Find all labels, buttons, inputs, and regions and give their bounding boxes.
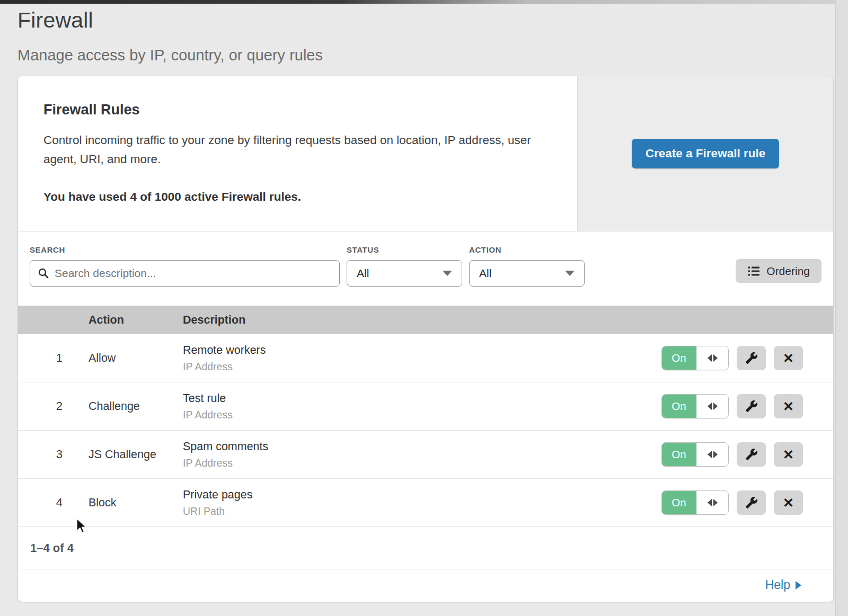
delete-rule-button[interactable]: ✕: [774, 394, 803, 418]
arrow-right-icon: [713, 403, 718, 410]
chevron-down-icon: [443, 271, 452, 276]
table-header: Action Description: [18, 306, 833, 334]
rule-field: IP Address: [183, 361, 661, 373]
page-title: Firewall: [17, 8, 831, 33]
overview-action-panel: Create a Firewall rule: [577, 76, 833, 231]
search-input[interactable]: [55, 267, 332, 280]
ordering-list-icon: [747, 266, 760, 276]
search-label: SEARCH: [30, 245, 340, 254]
status-filter-group: STATUS All: [347, 245, 462, 287]
arrow-right-icon: [796, 581, 801, 590]
create-firewall-rule-button[interactable]: Create a Firewall rule: [632, 139, 779, 168]
arrow-right-icon: [713, 451, 718, 458]
wrench-icon: [745, 496, 758, 509]
wrench-icon: [745, 400, 758, 413]
rule-priority: 3: [18, 448, 71, 461]
overview-usage-count: You have used 4 of 1000 active Firewall …: [43, 190, 551, 204]
status-select[interactable]: All: [347, 260, 462, 287]
action-column-header: Action: [71, 314, 165, 327]
page-right-gutter: [835, 0, 848, 616]
firewall-rules-card: Firewall Rules Control incoming traffic …: [17, 76, 834, 602]
help-link-label: Help: [765, 578, 790, 592]
rule-field: IP Address: [183, 457, 661, 469]
overview-description: Control incoming traffic to your zone by…: [43, 131, 547, 169]
overview-text-panel: Firewall Rules Control incoming traffic …: [18, 76, 577, 231]
arrow-left-icon: [708, 451, 712, 458]
overview-section: Firewall Rules Control incoming traffic …: [18, 76, 833, 231]
rule-action: Challenge: [71, 400, 165, 413]
status-label: STATUS: [347, 245, 462, 254]
search-filter-group: SEARCH: [30, 245, 340, 287]
rule-description: Spam comments: [183, 440, 661, 453]
action-label: ACTION: [469, 245, 585, 254]
description-column-header: Description: [165, 314, 833, 327]
delete-rule-button[interactable]: ✕: [774, 442, 803, 467]
toggle-on-label: On: [662, 443, 696, 466]
page-subtitle: Manage access by IP, country, or query r…: [17, 47, 831, 64]
arrow-left-icon: [708, 354, 712, 362]
rule-priority: 2: [18, 399, 71, 413]
rule-description: Private pages: [183, 488, 661, 502]
table-row: 2 Challenge Test rule IP Address On ✕: [18, 382, 833, 431]
ordering-button[interactable]: Ordering: [736, 259, 822, 283]
rule-enabled-toggle[interactable]: On: [661, 442, 729, 467]
window-top-edge: [0, 0, 848, 4]
delete-rule-button[interactable]: ✕: [774, 490, 803, 515]
rule-action: Block: [71, 496, 165, 510]
close-icon: ✕: [783, 352, 794, 365]
rule-field: URI Path: [183, 505, 661, 517]
arrow-right-icon: [713, 499, 718, 506]
action-select[interactable]: All: [469, 260, 585, 287]
pagination-range: 1–4 of 4: [30, 541, 74, 555]
toggle-on-label: On: [662, 346, 696, 370]
rule-enabled-toggle[interactable]: On: [661, 346, 729, 370]
edit-rule-button[interactable]: [737, 442, 766, 467]
ordering-button-label: Ordering: [766, 265, 810, 278]
close-icon: ✕: [783, 448, 794, 461]
card-footer: Help: [18, 569, 833, 600]
edit-rule-button[interactable]: [737, 490, 766, 515]
table-row: 1 Allow Remote workers IP Address On ✕: [18, 334, 833, 382]
status-select-value: All: [357, 267, 369, 280]
arrow-left-icon: [708, 403, 712, 410]
wrench-icon: [745, 448, 758, 461]
rule-field: IP Address: [183, 409, 661, 421]
table-row: 4 Block Private pages URI Path On ✕: [18, 479, 833, 527]
rule-description: Test rule: [183, 392, 661, 405]
rule-enabled-toggle[interactable]: On: [661, 490, 729, 515]
edit-rule-button[interactable]: [737, 394, 766, 418]
rule-action: Allow: [71, 352, 165, 365]
close-icon: ✕: [783, 400, 794, 413]
toggle-knob[interactable]: [696, 443, 728, 466]
toggle-knob[interactable]: [696, 395, 728, 418]
toggle-on-label: On: [662, 395, 696, 418]
close-icon: ✕: [783, 496, 794, 510]
rule-enabled-toggle[interactable]: On: [661, 394, 729, 418]
wrench-icon: [745, 352, 758, 364]
pagination-bar: 1–4 of 4: [18, 527, 833, 569]
rule-priority: 4: [18, 496, 71, 510]
help-link[interactable]: Help: [765, 578, 801, 592]
table-row: 3 JS Challenge Spam comments IP Address …: [18, 431, 833, 479]
toggle-knob[interactable]: [696, 346, 728, 370]
arrow-right-icon: [713, 354, 718, 362]
page-header: Firewall Manage access by IP, country, o…: [0, 4, 848, 64]
mouse-cursor: [75, 518, 90, 537]
filters-bar: SEARCH STATUS All ACTION All: [18, 231, 833, 306]
rule-action: JS Challenge: [71, 448, 165, 461]
rule-priority: 1: [18, 351, 71, 365]
search-box[interactable]: [30, 260, 340, 287]
rule-description: Remote workers: [183, 344, 661, 357]
delete-rule-button[interactable]: ✕: [774, 346, 803, 370]
toggle-knob[interactable]: [696, 491, 728, 514]
toggle-on-label: On: [662, 491, 696, 514]
edit-rule-button[interactable]: [737, 346, 766, 370]
overview-heading: Firewall Rules: [43, 102, 551, 118]
chevron-down-icon: [565, 271, 575, 276]
search-icon: [38, 267, 49, 279]
action-select-value: All: [479, 267, 491, 280]
action-filter-group: ACTION All: [469, 245, 585, 287]
arrow-left-icon: [708, 499, 712, 506]
